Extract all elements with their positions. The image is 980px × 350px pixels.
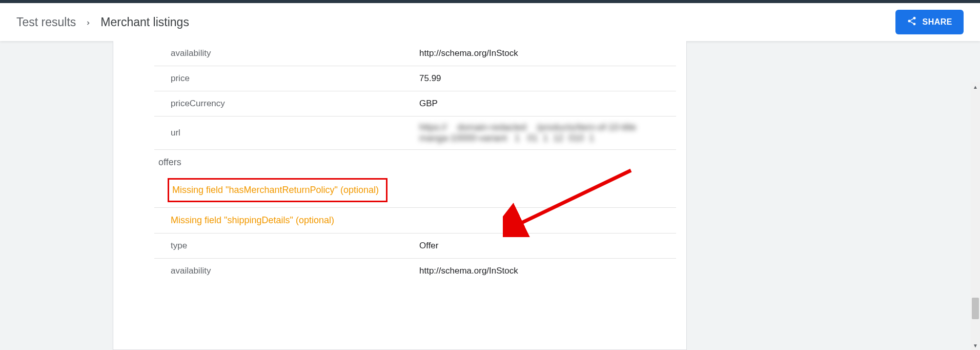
section-title-offers: offers: [154, 150, 676, 173]
property-row[interactable]: availability http://schema.org/InStock: [154, 41, 676, 66]
property-key: priceCurrency: [154, 99, 415, 109]
property-row[interactable]: price 75.99: [154, 66, 676, 91]
chevron-right-icon: [85, 15, 91, 29]
property-key: type: [154, 241, 415, 251]
warning-text: Missing field "shippingDetails" (optiona…: [171, 215, 334, 226]
scroll-up-icon[interactable]: ▲: [971, 82, 980, 91]
breadcrumb: Test results Merchant listings: [16, 15, 189, 29]
share-icon: [907, 16, 917, 28]
property-row[interactable]: priceCurrency GBP: [154, 91, 676, 116]
warning-text: Missing field "hasMerchantReturnPolicy" …: [168, 178, 387, 202]
property-value: 75.99: [415, 73, 676, 84]
scroll-thumb[interactable]: [972, 298, 979, 319]
property-key: url: [154, 128, 415, 138]
property-row[interactable]: url https:// domain-redacted /products/i…: [154, 116, 676, 150]
property-value: GBP: [415, 99, 676, 109]
property-row[interactable]: type Offer: [154, 234, 676, 259]
results-panel: availability http://schema.org/InStock p…: [113, 41, 687, 350]
share-button-label: SHARE: [922, 17, 952, 27]
scroll-down-icon[interactable]: ▼: [971, 341, 980, 350]
property-value: http://schema.org/InStock: [415, 266, 676, 276]
property-value: Offer: [415, 241, 676, 251]
page-body: availability http://schema.org/InStock p…: [0, 41, 980, 350]
warning-row[interactable]: Missing field "hasMerchantReturnPolicy" …: [154, 173, 676, 208]
property-key: price: [154, 73, 415, 84]
breadcrumb-current: Merchant listings: [100, 15, 189, 29]
breadcrumb-root[interactable]: Test results: [16, 15, 76, 29]
property-key: availability: [154, 266, 415, 276]
property-row[interactable]: availability http://schema.org/InStock: [154, 259, 676, 283]
warning-row[interactable]: Missing field "shippingDetails" (optiona…: [154, 208, 676, 234]
property-value: https:// domain-redacted /products/item-…: [415, 122, 676, 144]
vertical-scrollbar[interactable]: ▲ ▼: [971, 82, 980, 350]
redacted-url: https:// domain-redacted /products/item-…: [419, 122, 676, 144]
property-key: availability: [154, 48, 415, 59]
property-value: http://schema.org/InStock: [415, 48, 676, 59]
share-button[interactable]: SHARE: [895, 10, 964, 34]
page-header: Test results Merchant listings SHARE: [0, 3, 980, 41]
